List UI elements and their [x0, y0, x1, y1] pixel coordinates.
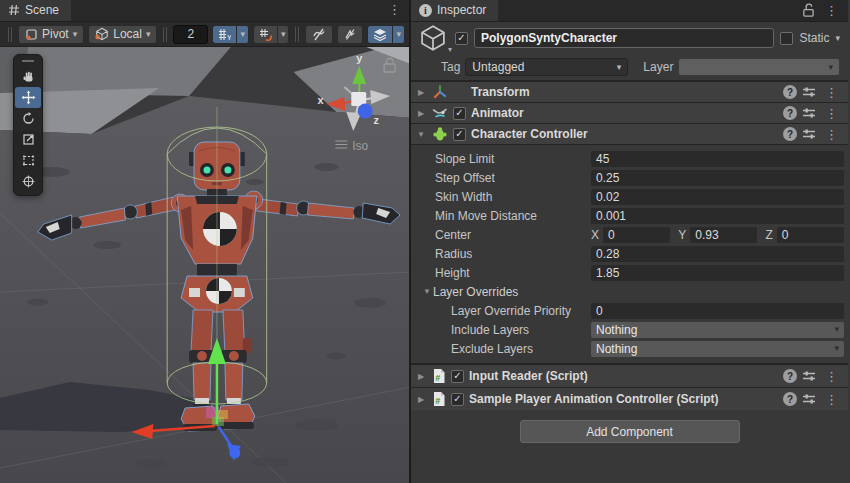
- grid-visibility-toggle[interactable]: Y: [212, 25, 236, 44]
- layer-overrides-foldout[interactable]: ▼ Layer Overrides: [411, 282, 848, 301]
- scene-3d-view[interactable]: y x z Iso: [0, 47, 409, 483]
- spacer: [453, 86, 466, 99]
- tool-view-hand[interactable]: [15, 66, 41, 87]
- effects-group: ▾: [367, 25, 405, 44]
- component-header-input-reader[interactable]: ▶ # ✓ Input Reader (Script) ? ⋮: [411, 364, 848, 387]
- layer-override-priority-field[interactable]: 0: [591, 303, 844, 319]
- handle-rotation-button[interactable]: Local ▾: [88, 25, 157, 44]
- skin-width-field[interactable]: 0.02: [591, 189, 844, 205]
- component-menu-icon[interactable]: ⋮: [821, 370, 842, 383]
- rect-tool-icon: [21, 153, 36, 168]
- presets-icon[interactable]: [802, 127, 816, 141]
- help-icon[interactable]: ?: [783, 392, 797, 406]
- scene-tab-label: Scene: [25, 3, 59, 17]
- tool-rotate[interactable]: [15, 108, 41, 129]
- component-header-animator[interactable]: ▶ ✓ Animator ? ⋮: [411, 102, 848, 123]
- gizmo-z-sphere[interactable]: [358, 104, 373, 119]
- snap-increment-toggle[interactable]: [253, 25, 277, 44]
- exclude-layers-dropdown[interactable]: Nothing ▾: [591, 341, 844, 357]
- scene-tabbar: Scene ⋮: [0, 0, 409, 22]
- scene-grid-icon: [8, 4, 20, 16]
- presets-icon[interactable]: [802, 392, 816, 406]
- tool-move[interactable]: [15, 87, 41, 108]
- active-checkbox[interactable]: ✓: [455, 32, 468, 45]
- property-row: Layer Override Priority 0: [411, 301, 848, 320]
- snap-increment-dropdown[interactable]: ▾: [277, 25, 290, 44]
- unity-editor-window: Scene ⋮ Pivot ▾ Local ▾: [0, 0, 850, 483]
- inspector-menu-icon[interactable]: ⋮: [821, 4, 842, 17]
- foldout-icon[interactable]: ▶: [415, 109, 427, 118]
- presets-icon[interactable]: [802, 85, 816, 99]
- tag-layer-row: Tag Untagged ▾ Layer ▾: [411, 54, 848, 80]
- scene-fx-toggle[interactable]: [337, 25, 363, 44]
- tab-inspector[interactable]: i Inspector: [411, 0, 498, 21]
- help-icon[interactable]: ?: [783, 127, 797, 141]
- component-enabled-checkbox[interactable]: ✓: [453, 128, 466, 141]
- component-header-sample-player-animation-controller[interactable]: ▶ # ✓ Sample Player Animation Controller…: [411, 387, 848, 410]
- component-menu-icon[interactable]: ⋮: [821, 86, 842, 99]
- scene-panel-menu-icon[interactable]: ⋮: [384, 3, 405, 16]
- svg-text:#: #: [435, 373, 440, 383]
- gameobject-name-field[interactable]: PolygonSyntyCharacter: [474, 28, 774, 48]
- step-offset-field[interactable]: 0.25: [591, 170, 844, 186]
- presets-icon[interactable]: [802, 369, 816, 383]
- gameobject-icon-dropdown[interactable]: ▾: [448, 45, 452, 54]
- tag-dropdown[interactable]: Untagged ▾: [465, 58, 628, 76]
- inspector-tab-label: Inspector: [437, 3, 486, 17]
- component-enabled-checkbox[interactable]: ✓: [451, 393, 464, 406]
- presets-icon[interactable]: [802, 106, 816, 120]
- component-header-transform[interactable]: ▶ Transform ? ⋮: [411, 81, 848, 102]
- layer-dropdown[interactable]: ▾: [678, 58, 840, 76]
- component-header-character-controller[interactable]: ▼ ✓ Character Controller ? ⋮: [411, 123, 848, 144]
- rotation-dropdown-icon: ▾: [146, 30, 151, 39]
- info-icon: i: [419, 4, 432, 17]
- height-field[interactable]: 1.85: [591, 265, 844, 281]
- rotate-icon: [21, 111, 36, 126]
- grid-visibility-dropdown[interactable]: ▾: [236, 25, 249, 44]
- character-controller-icon: [432, 126, 448, 142]
- component-menu-icon[interactable]: ⋮: [821, 393, 842, 406]
- component-enabled-checkbox[interactable]: ✓: [453, 107, 466, 120]
- component-menu-icon[interactable]: ⋮: [821, 128, 842, 141]
- script-components: ▶ # ✓ Input Reader (Script) ? ⋮ ▶: [411, 363, 848, 410]
- center-z-field[interactable]: 0: [777, 227, 844, 243]
- foldout-icon[interactable]: ▼: [415, 130, 427, 139]
- gameobject-cube-icon[interactable]: ▾: [419, 24, 449, 52]
- svg-text:Iso: Iso: [352, 139, 368, 153]
- min-move-distance-field[interactable]: 0.001: [591, 208, 844, 224]
- layers-icon: [373, 28, 387, 41]
- center-y-field[interactable]: 0.93: [690, 227, 757, 243]
- foldout-icon[interactable]: ▶: [415, 395, 427, 404]
- component-menu-icon[interactable]: ⋮: [821, 107, 842, 120]
- tool-scale[interactable]: [15, 129, 41, 150]
- unlock-icon[interactable]: [802, 3, 815, 17]
- help-icon[interactable]: ?: [783, 369, 797, 383]
- include-layers-dropdown[interactable]: Nothing ▾: [591, 322, 844, 338]
- gameobject-section: ▾ ✓ PolygonSyntyCharacter Static ▾ Tag U…: [411, 22, 848, 81]
- slope-limit-field[interactable]: 45: [591, 151, 844, 167]
- static-flags-dropdown[interactable]: ▾: [835, 34, 840, 43]
- palette-drag-handle[interactable]: [22, 60, 34, 62]
- center-x-field[interactable]: 0: [603, 227, 670, 243]
- help-icon[interactable]: ?: [783, 85, 797, 99]
- move-gizmo-plane-handle[interactable]: [218, 410, 228, 419]
- pivot-toggle-button[interactable]: Pivot ▾: [18, 25, 84, 44]
- grid-size-field[interactable]: 2: [173, 25, 208, 44]
- static-checkbox[interactable]: [780, 32, 793, 45]
- help-icon[interactable]: ?: [783, 106, 797, 120]
- foldout-icon[interactable]: ▶: [415, 88, 427, 97]
- add-component-button[interactable]: Add Component: [520, 420, 740, 443]
- transform-tool-icon: [21, 174, 36, 189]
- radius-field[interactable]: 0.28: [591, 246, 844, 262]
- foldout-icon[interactable]: ▶: [415, 372, 427, 381]
- tab-scene[interactable]: Scene: [0, 0, 71, 21]
- scene-effects-toggle[interactable]: [367, 25, 392, 44]
- pivot-icon: [25, 28, 38, 41]
- gameobject-header: ▾ ✓ PolygonSyntyCharacter Static ▾: [411, 22, 848, 54]
- scene-viewport[interactable]: y x z Iso: [0, 47, 409, 483]
- tool-transform[interactable]: [15, 171, 41, 192]
- scene-audio-toggle[interactable]: [305, 25, 333, 44]
- scene-effects-dropdown[interactable]: ▾: [392, 25, 405, 44]
- component-enabled-checkbox[interactable]: ✓: [451, 370, 464, 383]
- tool-rect[interactable]: [15, 150, 41, 171]
